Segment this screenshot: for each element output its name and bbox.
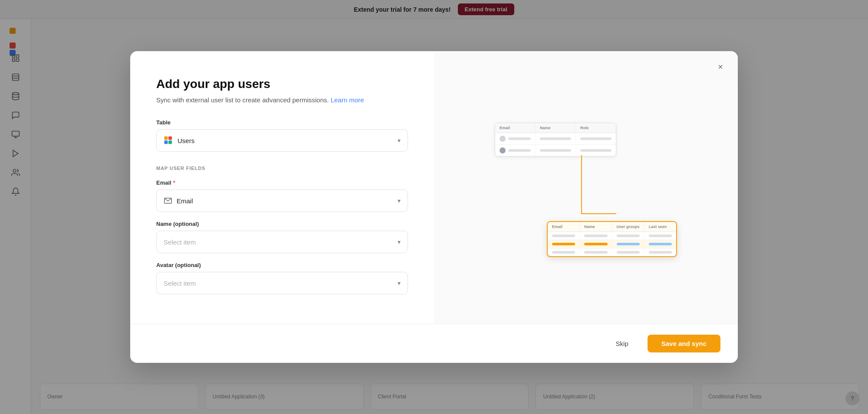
modal-dialog: × Add your app users Sync with external … <box>130 51 738 363</box>
email-section: Email * Email <box>156 179 408 212</box>
modal-body: Add your app users Sync with external us… <box>130 51 738 324</box>
table-chevron-icon: ▾ <box>398 137 401 144</box>
name-section: Name (optional) Select item ▾ <box>156 221 408 253</box>
preview-illustration: Email Name Role <box>495 114 677 261</box>
avatar-placeholder: Select item <box>164 280 196 287</box>
name-placeholder: Select item <box>164 238 196 246</box>
svg-rect-14 <box>168 136 172 140</box>
svg-rect-16 <box>168 140 172 144</box>
svg-rect-15 <box>164 140 168 144</box>
modal-overlay: × Add your app users Sync with external … <box>0 0 868 414</box>
email-icon <box>164 196 172 205</box>
table-label: Table <box>156 119 408 126</box>
preview-avatar-1 <box>500 136 506 142</box>
dest-col-email: Email <box>548 222 580 231</box>
preview-col-email: Email <box>495 123 536 133</box>
name-dropdown[interactable]: Select item ▾ <box>156 231 408 253</box>
modal-title: Add your app users <box>156 77 408 91</box>
preview-source-row-2 <box>495 145 616 156</box>
airtable-icon <box>164 136 173 145</box>
table-dropdown[interactable]: Users ▾ <box>156 129 408 152</box>
preview-source-row-1 <box>495 133 616 145</box>
dest-row-1 <box>548 232 676 240</box>
dest-col-groups: User groups <box>612 222 644 231</box>
modal-footer: Skip Save and sync <box>130 324 738 363</box>
email-field-label: Email * <box>156 179 408 186</box>
avatar-field-label: Avatar (optional) <box>156 262 408 268</box>
preview-source-table: Email Name Role <box>495 123 616 156</box>
save-sync-button[interactable]: Save and sync <box>648 335 720 352</box>
dest-col-name: Name <box>580 222 612 231</box>
table-selected-value: Users <box>178 137 194 144</box>
preview-dest-table: Email Name User groups Last seen <box>547 221 677 257</box>
avatar-dropdown[interactable]: Select item ▾ <box>156 272 408 294</box>
dest-row-3 <box>548 248 676 256</box>
map-section: MAP USER FIELDS Email * <box>156 164 408 294</box>
dest-row-2-highlighted <box>548 240 676 248</box>
preview-avatar-2 <box>500 147 506 153</box>
modal-close-button[interactable]: × <box>713 60 727 74</box>
svg-rect-13 <box>164 136 168 140</box>
name-field-label: Name (optional) <box>156 221 408 227</box>
preview-col-name: Name <box>536 123 576 133</box>
email-dropdown[interactable]: Email ▾ <box>156 189 408 212</box>
avatar-section: Avatar (optional) Select item ▾ <box>156 262 408 294</box>
email-chevron-icon: ▾ <box>398 197 401 204</box>
email-selected-value: Email <box>177 197 193 205</box>
required-star: * <box>173 179 175 186</box>
table-section: Table Users ▾ <box>156 119 408 152</box>
skip-button[interactable]: Skip <box>604 335 641 352</box>
preview-col-role: Role <box>576 123 616 133</box>
modal-right-panel: Email Name Role <box>434 51 738 324</box>
modal-left-panel: Add your app users Sync with external us… <box>130 51 434 324</box>
map-section-label: MAP USER FIELDS <box>156 166 408 171</box>
name-chevron-icon: ▾ <box>398 238 401 245</box>
modal-subtitle: Sync with external user list to create a… <box>156 96 408 104</box>
dest-col-lastseen: Last seen <box>644 222 676 231</box>
learn-more-link[interactable]: Learn more <box>331 96 364 104</box>
avatar-chevron-icon: ▾ <box>398 280 401 287</box>
